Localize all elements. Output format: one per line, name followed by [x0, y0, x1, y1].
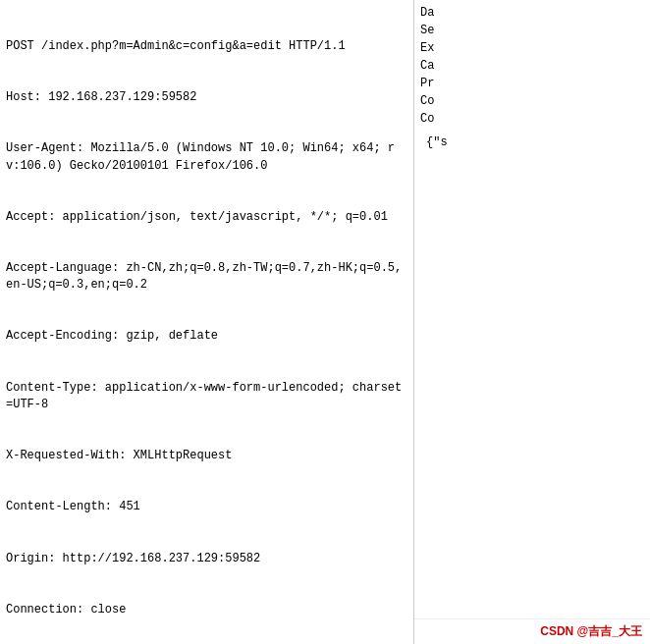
http-line-7: Content-Type: application/x-www-form-url…: [6, 380, 407, 414]
http-line-10: Origin: http://192.168.237.129:59582: [6, 551, 407, 567]
side-label-co1: Co: [420, 92, 644, 110]
side-label-ca: Ca: [420, 57, 644, 75]
http-line-6: Accept-Encoding: gzip, deflate: [6, 328, 407, 345]
side-label-co2: Co: [420, 110, 644, 128]
http-headers: POST /index.php?m=Admin&c=config&a=edit …: [6, 4, 407, 644]
watermark: CSDN @吉吉_大王: [414, 618, 650, 644]
http-line-1: POST /index.php?m=Admin&c=config&a=edit …: [6, 38, 407, 55]
main-panel: POST /index.php?m=Admin&c=config&a=edit …: [0, 0, 414, 644]
http-line-4: Accept: application/json, text/javascrip…: [6, 209, 407, 226]
http-line-5: Accept-Language: zh-CN,zh;q=0.8,zh-TW;q=…: [6, 260, 407, 295]
http-content-area[interactable]: POST /index.php?m=Admin&c=config&a=edit …: [0, 0, 413, 644]
http-line-11: Connection: close: [6, 602, 407, 618]
side-label-da: Da: [420, 4, 644, 22]
http-line-2: Host: 192.168.237.129:59582: [6, 89, 407, 106]
http-line-3: User-Agent: Mozilla/5.0 (Windows NT 10.0…: [6, 140, 407, 175]
side-label-ex: Ex: [420, 39, 644, 57]
http-line-9: Content-Length: 451: [6, 499, 407, 515]
http-line-8: X-Requested-With: XMLHttpRequest: [6, 448, 407, 464]
side-label-pr: Pr: [420, 75, 644, 92]
side-label-se: Se: [420, 22, 644, 39]
json-preview: {"s: [420, 132, 454, 153]
side-panel: Da Se Ex Ca Pr Co Co {"s CSDN @吉吉_大王: [414, 0, 650, 644]
side-panel-labels: Da Se Ex Ca Pr Co Co {"s: [414, 0, 650, 618]
